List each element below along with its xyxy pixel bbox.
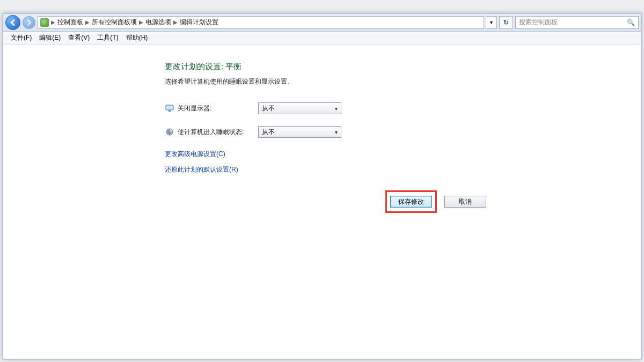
- menu-help[interactable]: 帮助(H): [123, 32, 151, 43]
- cancel-button[interactable]: 取消: [444, 196, 486, 208]
- search-placeholder: 搜索控制面板: [519, 18, 558, 27]
- link-advanced-power[interactable]: 更改高级电源设置(C): [165, 150, 487, 159]
- breadcrumb-item[interactable]: 电源选项: [145, 18, 171, 27]
- chevron-right-icon: ▶: [173, 19, 178, 25]
- control-panel-icon: [40, 18, 49, 27]
- address-bar-row: ▶ 控制面板 ▶ 所有控制面板项 ▶ 电源选项 ▶ 编辑计划设置 ▾ ↻ 搜索控…: [3, 13, 641, 32]
- setting-row-display-off: 关闭显示器: 从不: [165, 102, 487, 114]
- arrow-left-icon: [9, 19, 17, 26]
- display-off-label: 关闭显示器:: [178, 104, 258, 113]
- explorer-window: ▶ 控制面板 ▶ 所有控制面板项 ▶ 电源选项 ▶ 编辑计划设置 ▾ ↻ 搜索控…: [3, 13, 641, 359]
- arrow-right-icon: [26, 19, 32, 26]
- search-icon: 🔍: [627, 19, 635, 26]
- tutorial-highlight: 保存修改: [385, 190, 437, 213]
- breadcrumb-item[interactable]: 所有控制面板项: [92, 18, 137, 27]
- menu-edit[interactable]: 编辑(E): [36, 32, 64, 43]
- nav-back-button[interactable]: [5, 15, 20, 30]
- menu-view[interactable]: 查看(V): [65, 32, 93, 43]
- page-title: 更改计划的设置: 平衡: [165, 62, 487, 72]
- chevron-down-icon: ▾: [490, 19, 493, 25]
- chevron-right-icon: ▶: [85, 19, 90, 25]
- svg-rect-2: [166, 105, 173, 110]
- moon-icon: [165, 127, 174, 137]
- svg-rect-3: [169, 110, 171, 112]
- menu-bar: 文件(F) 编辑(E) 查看(V) 工具(T) 帮助(H): [3, 32, 641, 45]
- sleep-label: 使计算机进入睡眠状态:: [178, 128, 258, 137]
- breadcrumb-item[interactable]: 编辑计划设置: [180, 18, 218, 27]
- search-box[interactable]: 搜索控制面板 🔍: [515, 16, 639, 29]
- breadcrumb[interactable]: ▶ 控制面板 ▶ 所有控制面板项 ▶ 电源选项 ▶ 编辑计划设置: [38, 16, 484, 29]
- link-restore-defaults[interactable]: 还原此计划的默认设置(R): [165, 165, 487, 174]
- button-row: 保存修改 取消: [390, 190, 487, 213]
- sleep-value: 从不: [262, 128, 275, 137]
- chevron-right-icon: ▶: [139, 19, 143, 25]
- refresh-button[interactable]: ↻: [499, 16, 513, 29]
- breadcrumb-item[interactable]: 控制面板: [57, 18, 83, 27]
- breadcrumb-dropdown[interactable]: ▾: [486, 16, 497, 29]
- sleep-dropdown[interactable]: 从不: [258, 126, 341, 138]
- display-off-value: 从不: [262, 104, 275, 113]
- page-subtitle: 选择希望计算机使用的睡眠设置和显示设置。: [165, 77, 487, 86]
- save-button[interactable]: 保存修改: [390, 196, 432, 208]
- menu-file[interactable]: 文件(F): [8, 32, 35, 43]
- nav-forward-button[interactable]: [23, 16, 35, 29]
- chevron-right-icon: ▶: [51, 19, 55, 25]
- refresh-icon: ↻: [503, 19, 509, 26]
- setting-row-sleep: 使计算机进入睡眠状态: 从不: [165, 126, 487, 138]
- menu-tools[interactable]: 工具(T): [94, 32, 121, 43]
- monitor-icon: [165, 104, 174, 113]
- display-off-dropdown[interactable]: 从不: [258, 102, 341, 114]
- content-area: 更改计划的设置: 平衡 选择希望计算机使用的睡眠设置和显示设置。 关闭显示器: …: [4, 46, 640, 358]
